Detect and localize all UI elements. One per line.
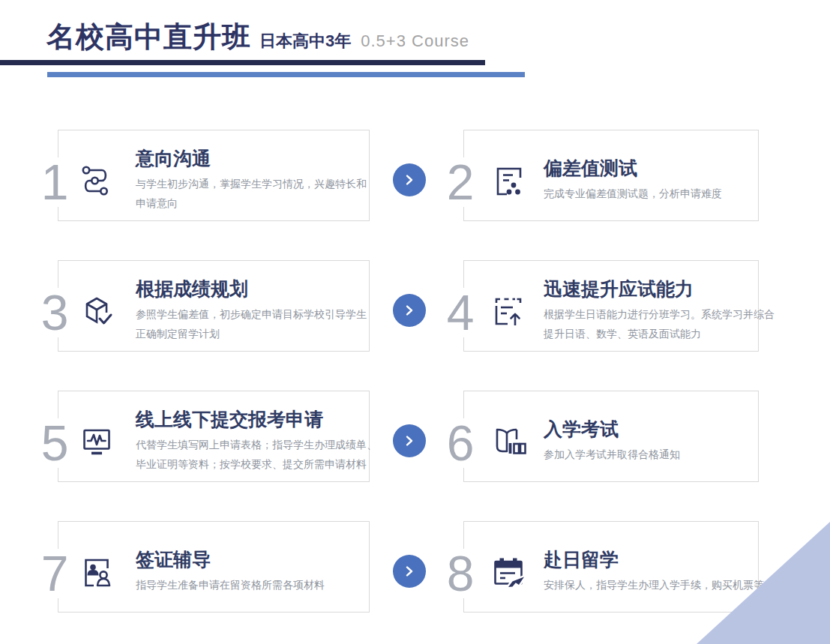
- step-desc: 代替学生填写网上申请表格；指导学生办理成绩单、 毕业证明等资料；按学校要求、提交…: [136, 435, 369, 474]
- header-blue-bar: [47, 72, 525, 77]
- step-number: 4: [442, 288, 479, 337]
- infographic-page: 名校高中直升班 日本高中3年 0.5+3 Course 1 意向沟通 与学生初步…: [0, 0, 830, 644]
- step-desc: 与学生初步沟通，掌握学生学习情况，兴趣特长和 申请意向: [136, 174, 367, 213]
- chevron-right-icon: [393, 555, 426, 588]
- chevron-right-icon: [393, 163, 426, 196]
- step-title: 意向沟通: [136, 148, 367, 169]
- step-card-7: 7 签证辅导 指导学生准备申请在留资格所需各项材料: [58, 521, 370, 613]
- step-title: 赴日留学: [544, 550, 758, 571]
- step-desc: 参照学生偏差值，初步确定申请目标学校引导学生 正确制定留学计划: [136, 304, 367, 343]
- chevron-right-icon: [393, 294, 426, 327]
- test-paper-icon: [490, 162, 527, 199]
- step-card-3: 3 根据成绩规划 参照学生偏差值，初步确定申请目标学校引导学生 正确制定留学计划: [58, 260, 370, 352]
- page-subtitle: 日本高中3年: [259, 30, 351, 52]
- id-badge-icon: [78, 553, 115, 591]
- step-card-8: 8 赴日留学 安排保人，指导学生办理入学手续，购买机票等: [463, 521, 759, 613]
- cube-check-icon: [78, 292, 115, 330]
- header-dark-bar: [0, 60, 485, 65]
- page-header: 名校高中直升班 日本高中3年 0.5+3 Course: [46, 18, 469, 56]
- step-number: 8: [442, 549, 479, 598]
- step-desc: 指导学生准备申请在留资格所需各项材料: [136, 575, 325, 595]
- step-desc: 安排保人，指导学生办理入学手续，购买机票等: [544, 575, 758, 595]
- step-desc: 完成专业偏差值测试题，分析申请难度: [544, 184, 722, 203]
- step-title: 迅速提升应试能力: [544, 279, 758, 300]
- step-number: 6: [442, 418, 479, 468]
- step-title: 签证辅导: [136, 550, 325, 571]
- step-card-1: 1 意向沟通 与学生初步沟通，掌握学生学习情况，兴趣特长和 申请意向: [58, 130, 370, 221]
- course-label: 0.5+3 Course: [361, 31, 469, 51]
- route-flow-icon: [78, 162, 115, 199]
- step-number: 7: [37, 549, 73, 598]
- step-desc: 根据学生日语能力进行分班学习。系统学习并综合 提升日语、数学、英语及面试能力: [544, 304, 758, 343]
- step-number: 3: [37, 288, 73, 337]
- step-title: 偏差值测试: [544, 158, 722, 179]
- page-title: 名校高中直升班: [46, 18, 251, 56]
- step-card-5: 5 线上线下提交报考申请 代替学生填写网上申请表格；指导学生办理成绩单、 毕业证…: [58, 391, 370, 482]
- step-number: 2: [442, 157, 479, 207]
- step-title: 入学考试: [544, 419, 680, 440]
- monitor-pulse-icon: [78, 423, 115, 460]
- step-card-2: 2 偏差值测试 完成专业偏差值测试题，分析申请难度: [463, 130, 759, 221]
- step-desc: 参加入学考试并取得合格通知: [544, 445, 680, 464]
- chevron-right-icon: [393, 424, 426, 457]
- step-title: 根据成绩规划: [136, 279, 367, 300]
- step-number: 1: [37, 157, 73, 207]
- step-number: 5: [37, 418, 73, 468]
- list-arrow-up-icon: [490, 292, 527, 330]
- book-score-icon: [490, 423, 527, 460]
- calendar-plane-icon: [490, 553, 527, 591]
- step-card-6: 6 入学考试 参加入学考试并取得合格通知: [463, 391, 759, 482]
- step-card-4: 4 迅速提升应试能力 根据学生日语能力进行分班学习。系统学习并综合 提升日语、数…: [463, 260, 759, 352]
- step-title: 线上线下提交报考申请: [136, 409, 369, 430]
